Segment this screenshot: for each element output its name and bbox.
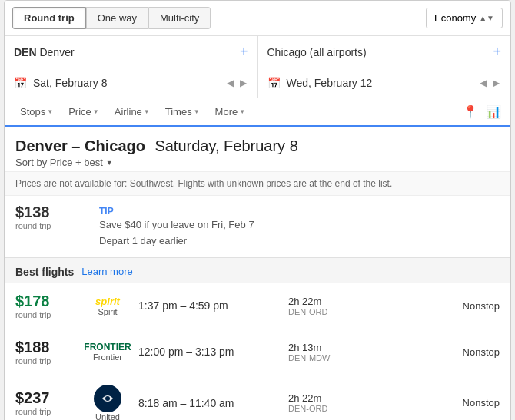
location-pin-icon[interactable]: 📍 [463, 104, 478, 119]
flight-price-label-1: round trip [15, 310, 77, 319]
origin-label: DEN Denver [14, 46, 75, 58]
airline-3: United [77, 385, 138, 420]
flight-times-1: 1:37 pm – 4:59 pm [138, 299, 288, 312]
cabin-class-label: Economy [434, 12, 476, 24]
price-caret-icon: ▼ [93, 108, 99, 115]
route-3: DEN-ORD [288, 404, 438, 413]
stops-caret-icon: ▼ [47, 108, 53, 115]
depart-prev-arrow[interactable]: ◀ [225, 76, 235, 90]
depart-date-field[interactable]: 📅 Sat, February 8 ◀ ▶ [5, 68, 258, 98]
flight-price-label-3: round trip [15, 407, 77, 416]
price-filter[interactable]: Price ▼ [62, 103, 105, 121]
date-row: 📅 Sat, February 8 ◀ ▶ 📅 Wed, February 12… [5, 68, 510, 98]
spirit-logo: spirit [95, 296, 120, 307]
frontier-logo: FRONTIER [84, 342, 131, 352]
location-search-row: DEN Denver + Chicago (all airports) + [5, 36, 510, 68]
destination-plus-icon[interactable]: + [493, 44, 501, 60]
return-date-label: Wed, February 12 [287, 77, 373, 89]
more-filter[interactable]: More ▼ [209, 103, 252, 121]
one-way-button[interactable]: One way [86, 7, 148, 29]
tip-price-label: round trip [15, 221, 77, 230]
return-date-field[interactable]: 📅 Wed, February 12 ◀ ▶ [258, 68, 511, 98]
trip-type-selector: Round trip One way Multi-city [12, 7, 211, 29]
destination-label: Chicago (all airports) [267, 46, 367, 58]
times-caret-icon: ▼ [194, 108, 200, 115]
time-range-2: 12:00 pm – 3:13 pm [138, 346, 288, 358]
airline-caret-icon: ▼ [144, 108, 150, 115]
flight-duration-3: 2h 22m DEN-ORD [288, 392, 438, 413]
destination-field[interactable]: Chicago (all airports) + [258, 36, 511, 68]
duration-2: 2h 13m [288, 342, 438, 353]
flight-duration-1: 2h 22m DEN-ORD [288, 296, 438, 316]
return-next-arrow[interactable]: ▶ [491, 76, 501, 90]
depart-next-arrow[interactable]: ▶ [238, 76, 248, 90]
flight-row[interactable]: $178 round trip spirit Spirit 1:37 pm – … [5, 283, 510, 329]
flight-row[interactable]: $237 round trip United 8:18 am – 11:40 a… [5, 375, 510, 420]
united-logo [94, 385, 121, 412]
results-title: Denver – Chicago [15, 137, 145, 154]
flight-row[interactable]: $188 round trip FRONTIER Frontier 12:00 … [5, 329, 510, 375]
results-date: Saturday, February 8 [154, 137, 297, 154]
route-2: DEN-MDW [288, 353, 438, 362]
depart-date-label: Sat, February 8 [33, 77, 108, 89]
price-disclaimer: Prices are not available for: Southwest.… [5, 171, 510, 196]
airline-2: FRONTIER Frontier [77, 342, 138, 362]
best-flights-header: Best flights Learn more [5, 258, 510, 283]
stops-3: Nonstop [438, 397, 500, 408]
tip-box: $138 round trip TIP Save $40 if you leav… [5, 196, 510, 258]
flight-price-3: $237 [15, 389, 77, 407]
flight-price-1: $178 [15, 293, 77, 310]
sort-caret-icon: ▼ [106, 159, 113, 167]
round-trip-button[interactable]: Round trip [12, 7, 86, 29]
stops-2: Nonstop [438, 346, 500, 358]
svg-point-1 [105, 396, 110, 401]
time-range-3: 8:18 am – 11:40 am [138, 397, 288, 409]
times-filter[interactable]: Times ▼ [159, 103, 206, 121]
flight-times-3: 8:18 am – 11:40 am [138, 397, 288, 409]
learn-more-link[interactable]: Learn more [81, 266, 132, 277]
cabin-chevron-icon: ▲▼ [479, 14, 494, 22]
flight-price-label-2: round trip [15, 356, 77, 365]
tip-badge: TIP [99, 206, 114, 217]
tip-line2: Depart 1 day earlier [99, 233, 254, 250]
origin-field[interactable]: DEN Denver + [5, 36, 258, 68]
depart-calendar-icon: 📅 [14, 77, 27, 89]
filter-bar: Stops ▼ Price ▼ Airline ▼ Times ▼ More ▼… [5, 98, 510, 127]
tip-price: $138 [15, 203, 77, 221]
tip-line1: Save $40 if you leave on Fri, Feb 7 [99, 217, 254, 233]
results-header: Denver – Chicago Saturday, February 8 So… [5, 127, 510, 171]
stops-1: Nonstop [438, 300, 500, 312]
more-caret-icon: ▼ [239, 108, 245, 115]
airline-filter[interactable]: Airline ▼ [108, 103, 156, 121]
sort-label: Sort by Price + best [15, 157, 103, 168]
flight-times-2: 12:00 pm – 3:13 pm [138, 346, 288, 358]
time-range-1: 1:37 pm – 4:59 pm [138, 299, 288, 312]
return-prev-arrow[interactable]: ◀ [478, 76, 488, 90]
multi-city-button[interactable]: Multi-city [148, 7, 211, 29]
return-calendar-icon: 📅 [267, 77, 281, 89]
airline-name-2: Frontier [93, 352, 122, 362]
origin-plus-icon[interactable]: + [240, 44, 248, 60]
route-1: DEN-ORD [288, 307, 438, 316]
best-flights-label: Best flights [15, 266, 74, 278]
cabin-class-select[interactable]: Economy ▲▼ [426, 8, 503, 28]
airline-name-3: United [95, 412, 120, 420]
airline-1: spirit Spirit [77, 296, 138, 316]
flight-price-2: $188 [15, 339, 77, 356]
stops-filter[interactable]: Stops ▼ [14, 103, 59, 121]
duration-1: 2h 22m [288, 296, 438, 307]
duration-3: 2h 22m [288, 392, 438, 404]
flight-duration-2: 2h 13m DEN-MDW [288, 342, 438, 362]
sort-control[interactable]: Sort by Price + best ▼ [15, 157, 500, 168]
airline-name-1: Spirit [98, 307, 117, 316]
chart-icon[interactable]: 📊 [486, 104, 501, 119]
